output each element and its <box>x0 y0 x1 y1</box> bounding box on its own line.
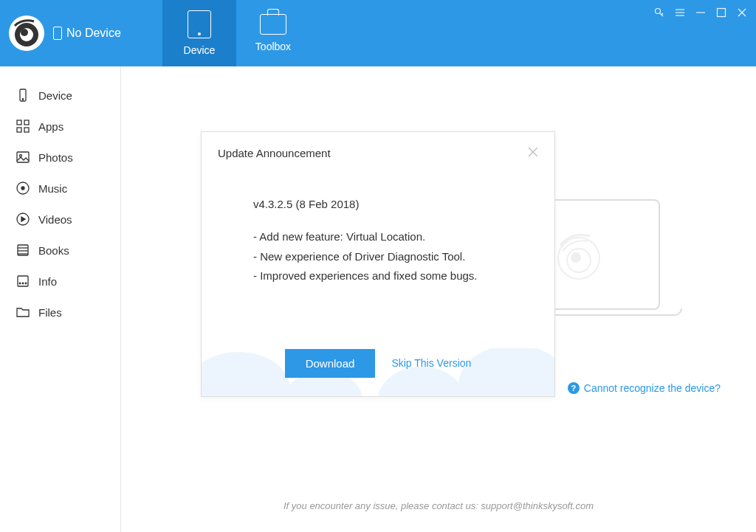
help-link[interactable]: ? Cannot recognize the device? <box>568 382 721 394</box>
svg-point-21 <box>20 155 22 157</box>
books-icon <box>16 243 30 257</box>
sidebar-item-device[interactable]: Device <box>0 80 120 111</box>
skip-version-button[interactable]: Skip This Version <box>391 357 471 369</box>
modal-header: Update Announcement <box>202 132 554 174</box>
question-icon: ? <box>568 382 580 394</box>
bunny-icon <box>549 225 608 284</box>
tab-label: Device <box>184 44 216 56</box>
modal-footer: Download Skip This Version <box>202 330 554 396</box>
sidebar-item-label: Music <box>38 182 67 195</box>
minimize-icon[interactable] <box>695 7 706 18</box>
info-icon <box>16 274 30 288</box>
close-icon[interactable] <box>737 7 747 18</box>
svg-rect-17 <box>24 120 29 125</box>
sidebar-item-label: Info <box>38 275 57 288</box>
maximize-icon[interactable] <box>716 7 726 18</box>
changelog-item: - Add new feature: Virtual Location. <box>253 227 503 246</box>
svg-line-6 <box>662 13 663 15</box>
device-status-text: No Device <box>66 27 121 40</box>
photos-icon <box>16 151 30 164</box>
svg-rect-11 <box>718 9 726 17</box>
key-icon[interactable] <box>654 7 664 18</box>
sidebar-item-label: Device <box>38 89 72 102</box>
music-icon <box>16 182 30 195</box>
modal-body: v4.3.2.5 (8 Feb 2018) - Add new feature:… <box>202 174 554 286</box>
svg-point-35 <box>571 252 581 263</box>
device-icon <box>16 89 30 102</box>
device-status: No Device <box>53 27 121 40</box>
sidebar-item-label: Videos <box>38 213 72 226</box>
tab-toolbox[interactable]: Toolbox <box>236 0 310 66</box>
cloud-decoration <box>202 348 554 396</box>
svg-point-23 <box>21 187 24 190</box>
changelog-item: - New experience of Driver Diagnostic To… <box>253 247 503 266</box>
videos-icon <box>16 213 30 226</box>
svg-point-15 <box>22 99 24 100</box>
footer-text: If you encounter any issue, please conta… <box>121 500 756 511</box>
toolbox-icon <box>260 14 286 35</box>
svg-point-30 <box>19 283 21 284</box>
version-text: v4.3.2.5 (8 Feb 2018) <box>253 195 503 214</box>
svg-rect-20 <box>17 152 29 162</box>
app-header: No Device Device Toolbox <box>0 0 756 66</box>
svg-rect-16 <box>17 120 21 125</box>
files-icon <box>16 305 30 319</box>
sidebar-item-photos[interactable]: Photos <box>0 142 120 173</box>
sidebar-item-label: Books <box>38 244 69 257</box>
sidebar-item-apps[interactable]: Apps <box>0 111 120 142</box>
window-controls <box>654 7 747 18</box>
phone-icon <box>53 27 62 40</box>
svg-rect-18 <box>17 128 21 132</box>
download-button[interactable]: Download <box>285 349 376 378</box>
svg-point-4 <box>656 9 661 14</box>
apps-icon <box>16 120 30 133</box>
svg-point-31 <box>22 283 24 284</box>
sidebar-item-books[interactable]: Books <box>0 235 120 266</box>
sidebar-item-files[interactable]: Files <box>0 297 120 328</box>
svg-point-32 <box>25 283 27 284</box>
logo-section: No Device <box>0 0 162 66</box>
sidebar-item-label: Files <box>38 306 62 319</box>
update-modal: Update Announcement v4.3.2.5 (8 Feb 2018… <box>201 131 555 397</box>
modal-close-icon[interactable] <box>528 145 538 161</box>
sidebar-item-label: Photos <box>38 151 73 164</box>
svg-rect-19 <box>24 128 29 132</box>
tablet-icon <box>188 10 211 38</box>
help-link-text: Cannot recognize the device? <box>584 382 721 394</box>
sidebar-item-label: Apps <box>38 120 63 133</box>
modal-title: Update Announcement <box>218 147 331 159</box>
sidebar-item-videos[interactable]: Videos <box>0 204 120 235</box>
app-logo-icon <box>9 15 44 51</box>
sidebar-item-info[interactable]: Info <box>0 266 120 297</box>
sidebar-item-music[interactable]: Music <box>0 173 120 204</box>
sidebar: Device Apps Photos Music Videos Books In… <box>0 66 121 532</box>
changelog-item: - Improved experiences and fixed some bu… <box>253 266 503 286</box>
tab-device[interactable]: Device <box>162 0 236 66</box>
menu-icon[interactable] <box>675 7 685 18</box>
header-tabs: Device Toolbox <box>162 0 310 66</box>
svg-point-3 <box>21 29 28 36</box>
svg-rect-29 <box>18 276 28 286</box>
tab-label: Toolbox <box>255 41 291 52</box>
